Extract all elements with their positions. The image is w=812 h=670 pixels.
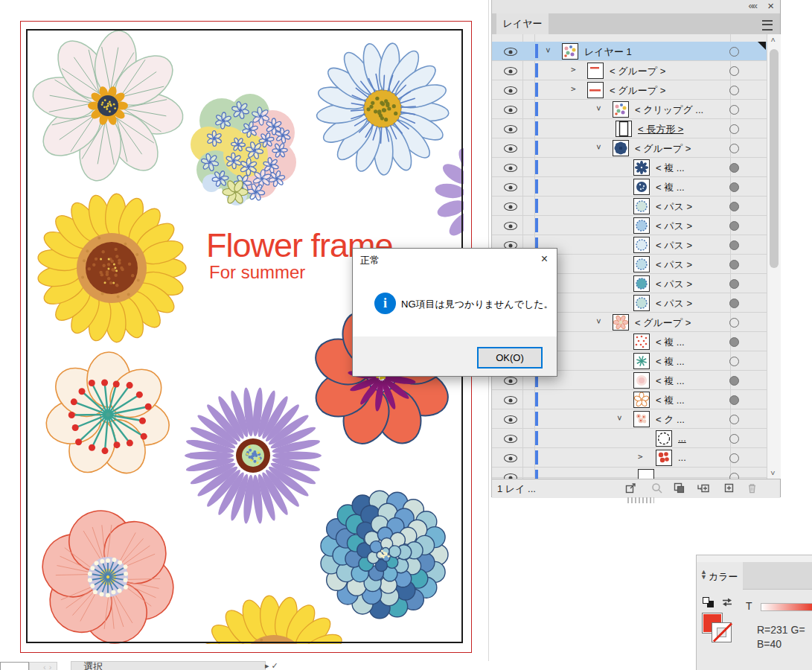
layer-thumbnail[interactable] xyxy=(613,101,629,118)
visibility-eye-icon[interactable] xyxy=(504,435,517,443)
panel-open-button[interactable] xyxy=(624,482,637,494)
visibility-eye-icon[interactable] xyxy=(504,48,517,56)
layer-row-3[interactable]: >< グループ > xyxy=(492,80,767,100)
visibility-eye-icon[interactable] xyxy=(504,86,517,95)
layer-thumbnail[interactable] xyxy=(633,198,650,214)
layer-row-10[interactable]: < パス > xyxy=(492,216,767,235)
expand-chevron-icon[interactable]: > xyxy=(594,319,604,324)
target-circle[interactable] xyxy=(729,144,739,153)
layer-row-1[interactable]: >レイヤー 1 xyxy=(492,42,767,61)
layer-thumbnail[interactable] xyxy=(656,430,672,447)
layer-row-5[interactable]: < 長方形 > xyxy=(492,119,767,138)
target-circle[interactable] xyxy=(729,318,739,328)
target-circle[interactable] xyxy=(729,434,739,444)
visibility-eye-icon[interactable] xyxy=(504,377,517,385)
panel-resize-gripper[interactable] xyxy=(627,497,654,503)
target-circle[interactable] xyxy=(729,202,739,211)
layers-scrollbar[interactable]: > > xyxy=(767,34,781,479)
expand-chevron-icon[interactable]: > xyxy=(615,415,624,421)
layer-label[interactable]: < パス > xyxy=(656,278,692,291)
layer-label[interactable]: レイヤー 1 xyxy=(584,45,632,59)
layer-label[interactable]: ... xyxy=(678,433,686,444)
target-circle[interactable] xyxy=(729,260,739,269)
target-circle[interactable] xyxy=(729,376,739,386)
layer-thumbnail[interactable] xyxy=(616,121,632,137)
expand-chevron-icon[interactable]: > xyxy=(543,48,553,53)
target-circle[interactable] xyxy=(729,182,739,192)
scroll-up-icon[interactable]: > xyxy=(769,37,777,42)
layer-thumbnail[interactable] xyxy=(633,392,650,408)
new-sublayer-button[interactable] xyxy=(697,482,709,494)
target-circle[interactable] xyxy=(729,415,739,424)
layer-thumbnail[interactable] xyxy=(633,295,650,311)
expand-chevron-icon[interactable]: > xyxy=(571,65,576,74)
artboard-nav-arrows-icon[interactable]: ‹› xyxy=(43,663,54,670)
target-circle[interactable] xyxy=(729,357,739,366)
target-circle[interactable] xyxy=(729,453,739,463)
layer-label[interactable]: < パス > xyxy=(656,200,692,214)
tint-slider[interactable] xyxy=(761,603,812,611)
target-circle[interactable] xyxy=(729,66,739,76)
layer-label[interactable]: < グループ > xyxy=(610,65,665,78)
swap-fill-stroke-icon[interactable] xyxy=(721,596,733,607)
visibility-eye-icon[interactable] xyxy=(504,125,517,133)
layer-thumbnail[interactable] xyxy=(656,450,672,466)
stroke-swatch[interactable] xyxy=(712,622,732,642)
scroll-down-icon[interactable]: > xyxy=(769,470,777,475)
visibility-eye-icon[interactable] xyxy=(504,67,517,75)
layer-label[interactable]: < パス > xyxy=(656,220,692,233)
layer-label[interactable]: < 長方形 > xyxy=(638,123,683,136)
visibility-eye-icon[interactable] xyxy=(504,396,517,404)
layer-label[interactable]: < クリップグ ... xyxy=(635,103,703,117)
make-clipping-mask-button[interactable] xyxy=(673,482,685,494)
layer-thumbnail[interactable] xyxy=(633,334,650,350)
layer-row-19[interactable]: < 複 ... xyxy=(492,390,767,409)
visibility-eye-icon[interactable] xyxy=(504,415,517,424)
target-circle[interactable] xyxy=(729,279,739,289)
expand-chevron-icon[interactable]: > xyxy=(594,144,604,150)
layer-label[interactable]: < ク ... xyxy=(656,413,685,427)
delete-layer-button[interactable] xyxy=(746,482,758,494)
layer-thumbnail[interactable] xyxy=(633,159,650,176)
layer-label[interactable]: < 複 ... xyxy=(656,374,685,388)
collapse-panel-icon[interactable]: «« xyxy=(749,0,756,11)
visibility-eye-icon[interactable] xyxy=(504,164,517,172)
scrollbar-thumb[interactable] xyxy=(770,49,779,268)
layer-row-2[interactable]: >< グループ > xyxy=(492,61,767,80)
layer-row-6[interactable]: >< グループ > xyxy=(492,138,767,158)
target-circle[interactable] xyxy=(729,86,739,95)
layer-label[interactable]: < パス > xyxy=(656,258,692,272)
layer-thumbnail[interactable] xyxy=(633,237,650,253)
layer-row-partial[interactable] xyxy=(492,468,767,478)
layer-thumbnail[interactable] xyxy=(587,63,604,79)
visibility-eye-icon[interactable] xyxy=(504,106,517,114)
layer-label[interactable]: < 複 ... xyxy=(656,355,685,368)
dialog-close-icon[interactable]: × xyxy=(541,252,548,266)
panel-collapse-icon[interactable]: ▲▼ xyxy=(700,570,707,580)
default-fill-stroke-icon[interactable] xyxy=(703,597,714,607)
layer-thumbnail[interactable] xyxy=(562,43,578,60)
layer-label[interactable]: ... xyxy=(678,452,686,463)
visibility-eye-icon[interactable] xyxy=(504,144,517,153)
target-circle[interactable] xyxy=(729,221,739,231)
visibility-eye-icon[interactable] xyxy=(504,473,517,479)
layer-row-9[interactable]: < パス > xyxy=(492,197,767,216)
layer-thumbnail[interactable] xyxy=(633,275,650,292)
target-circle[interactable] xyxy=(729,473,739,479)
layer-row-4[interactable]: >< クリップグ ... xyxy=(492,100,767,119)
layer-thumbnail[interactable] xyxy=(633,256,650,272)
expand-chevron-icon[interactable]: > xyxy=(571,84,576,94)
layer-thumbnail[interactable] xyxy=(613,314,629,331)
zoom-level-field[interactable] xyxy=(0,662,29,670)
layer-thumbnail[interactable] xyxy=(633,372,650,389)
layer-label[interactable]: < 複 ... xyxy=(656,181,685,194)
layer-thumbnail[interactable] xyxy=(587,82,604,98)
layer-row-7[interactable]: < 複 ... xyxy=(492,158,767,177)
visibility-eye-icon[interactable] xyxy=(504,222,517,230)
layer-thumbnail[interactable] xyxy=(633,411,650,427)
new-layer-button[interactable] xyxy=(723,482,735,494)
tab-color[interactable]: ▲▼ カラー xyxy=(697,562,743,589)
target-circle[interactable] xyxy=(729,337,739,347)
visibility-eye-icon[interactable] xyxy=(504,454,517,462)
close-panel-icon[interactable]: × xyxy=(767,0,774,12)
